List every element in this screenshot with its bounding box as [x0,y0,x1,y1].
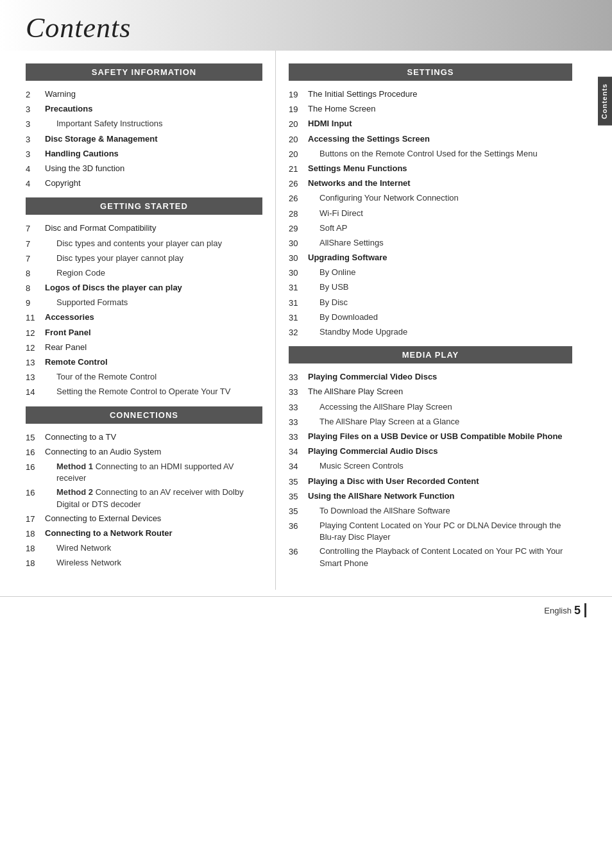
list-item: 14 Setting the Remote Control to Operate… [26,385,262,399]
list-item: 30 AllShare Settings [289,236,572,251]
list-item: 28 Wi-Fi Direct [289,206,572,221]
list-item: 26 Networks and the Internet [289,176,572,191]
list-item: 36 Controlling the Playback of Content L… [289,544,572,570]
list-item: 8 Region Code [26,266,262,281]
col-left: SAFETY INFORMATION 2 Warning 3 Precautio… [0,51,276,590]
list-item: 8 Logos of Discs the player can play [26,281,262,296]
list-item: 35 To Download the AllShare Software [289,504,572,519]
list-item: 4 Copyright [26,176,262,191]
getting-started-list: 7 Disc and Format Compatibility 7 Disc t… [26,221,262,399]
list-item: 33 Playing Commercial Video Discs [289,370,572,385]
list-item: 33 The AllShare Play Screen [289,385,572,399]
content: SAFETY INFORMATION 2 Warning 3 Precautio… [0,51,612,590]
settings-list: 19 The Initial Settings Procedure 19 The… [289,87,572,340]
list-item: 18 Wired Network [26,541,262,556]
section-connections-header: CONNECTIONS [26,406,262,424]
section-safety-header: SAFETY INFORMATION [26,63,262,81]
footer-bar [584,603,586,617]
list-item: 32 Standby Mode Upgrade [289,325,572,340]
list-item: 34 Playing Commercial Audio Discs [289,444,572,459]
list-item: 33 Playing Files on a USB Device or USB … [289,430,572,444]
list-item: 13 Tour of the Remote Control [26,370,262,385]
connections-list: 15 Connecting to a TV 16 Connecting to a… [26,430,262,571]
list-item: 3 Important Safety Instructions [26,117,262,131]
footer-pagenum: 5 [574,604,581,617]
list-item: 36 Playing Content Located on Your PC or… [289,519,572,544]
list-item: 33 Accessing the AllShare Play Screen [289,400,572,415]
list-item: 21 Settings Menu Functions [289,162,572,176]
safety-list: 2 Warning 3 Precautions 3 Important Safe… [26,87,262,191]
list-item: 19 The Home Screen [289,102,572,117]
list-item: 13 Remote Control [26,355,262,370]
list-item: 18 Wireless Network [26,556,262,571]
list-item: 7 Disc types and contents your player ca… [26,237,262,251]
list-item: 30 Upgrading Software [289,251,572,265]
list-item: 34 Music Screen Controls [289,459,572,474]
section-media-play-header: MEDIA PLAY [289,346,572,363]
list-item: 9 Supported Formats [26,296,262,310]
list-item: 16 Method 2 Connecting to an AV receiver… [26,485,262,511]
section-getting-started-header: GETTING STARTED [26,197,262,215]
side-tab: Contents [598,77,612,126]
list-item: 20 Buttons on the Remote Control Used fo… [289,147,572,162]
media-play-list: 33 Playing Commercial Video Discs 33 The… [289,370,572,571]
list-item: 7 Disc types your player cannot play [26,251,262,266]
footer-language: English [544,606,572,615]
page-title: Contents [26,12,612,44]
list-item: 29 Soft AP [289,221,572,236]
list-item: 20 HDMI Input [289,117,572,131]
list-item: 12 Rear Panel [26,340,262,355]
list-item: 35 Playing a Disc with User Recorded Con… [289,474,572,489]
section-settings-header: SETTINGS [289,63,572,81]
list-item: 31 By USB [289,280,572,295]
list-item: 31 By Downloaded [289,310,572,325]
list-item: 30 By Online [289,265,572,280]
list-item: 16 Method 1 Connecting to an HDMI suppor… [26,460,262,485]
list-item: 3 Handling Cautions [26,147,262,162]
page-footer: English 5 [0,596,612,624]
list-item: 15 Connecting to a TV [26,430,262,445]
list-item: 4 Using the 3D function [26,162,262,176]
list-item: 16 Connecting to an Audio System [26,445,262,460]
list-item: 7 Disc and Format Compatibility [26,221,262,236]
list-item: 35 Using the AllShare Network Function [289,489,572,504]
list-item: 2 Warning [26,87,262,102]
col-right: SETTINGS 19 The Initial Settings Procedu… [276,51,598,590]
list-item: 3 Precautions [26,102,262,117]
list-item: 11 Accessories [26,310,262,325]
list-item: 20 Accessing the Settings Screen [289,132,572,147]
list-item: 12 Front Panel [26,326,262,340]
list-item: 33 The AllShare Play Screen at a Glance [289,415,572,430]
list-item: 18 Connecting to a Network Router [26,526,262,541]
list-item: 31 By Disc [289,296,572,310]
page-header: Contents [0,0,612,51]
list-item: 19 The Initial Settings Procedure [289,87,572,102]
list-item: 26 Configuring Your Network Connection [289,191,572,206]
list-item: 17 Connecting to External Devices [26,512,262,526]
list-item: 3 Disc Storage & Management [26,132,262,147]
